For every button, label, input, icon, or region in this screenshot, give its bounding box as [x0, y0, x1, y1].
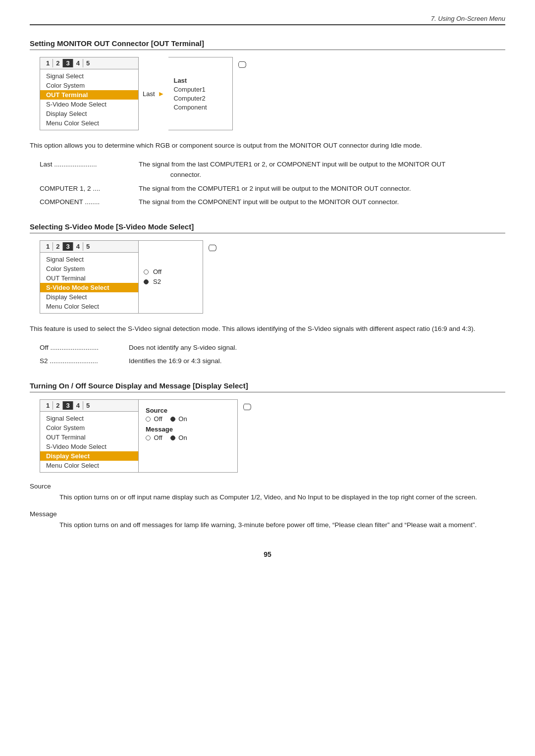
s2-menu-display[interactable]: Display Select [40, 292, 138, 302]
section1-menu-container: 1 2 3 4 5 Signal Select Color System OUT… [40, 57, 505, 130]
section-svideo-mode: Selecting S-Video Mode [S-Video Mode Sel… [30, 222, 505, 367]
s2-tab-1[interactable]: 1 [43, 242, 53, 251]
section1-submenu-panel: Last Computer1 Computer2 Component [168, 57, 233, 130]
s3-tab-2[interactable]: 2 [53, 401, 63, 410]
def-desc-off: Does not identify any S-video signal. [129, 342, 505, 353]
radio-s2-icon[interactable] [144, 279, 149, 284]
s2-menu-color2[interactable]: Menu Color Select [40, 302, 138, 311]
def-item-s2: S2 .......................... Identifies… [40, 356, 505, 367]
message-heading-text: Message [30, 510, 505, 518]
s3-tab-3-active[interactable]: 3 [63, 401, 73, 410]
menu-item-display-1[interactable]: Display Select [40, 109, 138, 118]
s2-tab-4[interactable]: 4 [73, 242, 83, 251]
submenu-computer2[interactable]: Computer2 [173, 95, 227, 102]
source-on-option[interactable]: On [170, 415, 187, 423]
def-item-off: Off .......................... Does not … [40, 342, 505, 353]
s2-tab-5[interactable]: 5 [83, 242, 93, 251]
message-explanation: Message This option turns on and off mes… [30, 510, 505, 531]
section-display-select: Turning On / Off Source Display and Mess… [30, 381, 505, 531]
tab-5[interactable]: 5 [83, 59, 93, 67]
section1-current-label: Last [143, 90, 155, 98]
s3-tab-1[interactable]: 1 [43, 401, 53, 410]
message-on-option[interactable]: On [170, 434, 187, 441]
s3-menu-color[interactable]: Color System [40, 423, 138, 432]
message-off-option[interactable]: Off [146, 434, 162, 441]
section3-menu-items: Signal Select Color System OUT Terminal … [40, 412, 138, 472]
section1-menu-items: Signal Select Color System OUT Terminal … [40, 69, 138, 130]
def-item-computer: COMPUTER 1, 2 .... The signal from the C… [40, 183, 505, 194]
message-desc-text: This option turns on and off messages fo… [59, 520, 505, 531]
section1-tab-row: 1 2 3 4 5 [40, 57, 138, 69]
tab-2[interactable]: 2 [53, 59, 63, 67]
def-term-computer: COMPUTER 1, 2 .... [40, 183, 139, 194]
section1-heading: Setting MONITOR OUT Connector [OUT Termi… [30, 39, 505, 50]
source-desc-text: This option turns on or off input name d… [59, 492, 505, 503]
s2-menu-svideo[interactable]: S-Video Mode Select [40, 283, 138, 292]
section3-menu-container: 1 2 3 4 5 Signal Select Color System OUT… [40, 399, 505, 473]
s2-tab-3-active[interactable]: 3 [63, 242, 73, 251]
section3-menu-box: 1 2 3 4 5 Signal Select Color System OUT… [40, 399, 139, 473]
section2-menu-items: Signal Select Color System OUT Terminal … [40, 253, 138, 313]
def-term-component: COMPONENT ........ [40, 197, 139, 208]
monitor-icon-2: 🖵 [208, 243, 217, 254]
s2-menu-out[interactable]: OUT Terminal [40, 273, 138, 283]
submenu-component[interactable]: Component [173, 104, 227, 111]
monitor-icon-1: 🖵 [238, 60, 247, 70]
section2-menu-container: 1 2 3 4 5 Signal Select Color System OUT… [40, 240, 505, 314]
section2-heading: Selecting S-Video Mode [S-Video Mode Sel… [30, 222, 505, 233]
radio-source-off-icon [146, 417, 151, 422]
s2-label-off: Off [153, 268, 161, 275]
s2-menu-color[interactable]: Color System [40, 264, 138, 273]
source-heading-text: Source [30, 483, 505, 490]
menu-item-signal-select-1[interactable]: Signal Select [40, 71, 138, 81]
s2-menu-signal[interactable]: Signal Select [40, 255, 138, 264]
source-options-row: Off On [146, 415, 230, 423]
s3-menu-out[interactable]: OUT Terminal [40, 432, 138, 442]
s3-tab-5[interactable]: 5 [83, 401, 93, 410]
menu-item-color-system-1[interactable]: Color System [40, 81, 138, 90]
def-desc-last: The signal from the last COMPUTER1 or 2,… [139, 159, 505, 180]
menu-item-out-terminal[interactable]: OUT Terminal [40, 90, 138, 100]
page-number: 95 [30, 550, 505, 558]
s2-tab-2[interactable]: 2 [53, 242, 63, 251]
section2-body-text: This feature is used to select the S-Vid… [30, 324, 505, 334]
section2-menu-box: 1 2 3 4 5 Signal Select Color System OUT… [40, 240, 139, 314]
section1-current-value-container: Last ► [139, 57, 168, 130]
def-item-last: Last ....................... The signal … [40, 159, 505, 180]
source-explanation: Source This option turns on or off input… [30, 483, 505, 503]
tab-1[interactable]: 1 [43, 59, 53, 67]
section2-tab-row: 1 2 3 4 5 [40, 241, 138, 253]
menu-item-menu-color-1[interactable]: Menu Color Select [40, 118, 138, 128]
s2-submenu-s2-row: S2 [144, 277, 198, 286]
menu-item-svideo-1[interactable]: S-Video Mode Select [40, 100, 138, 109]
radio-source-on-icon [170, 417, 175, 422]
section2-definitions: Off .......................... Does not … [40, 342, 505, 367]
def-term-off: Off .......................... [40, 342, 129, 353]
s3-menu-menucolor[interactable]: Menu Color Select [40, 461, 138, 470]
section3-tab-row: 1 2 3 4 5 [40, 400, 138, 412]
radio-off-icon[interactable] [144, 270, 149, 274]
submenu-last[interactable]: Last [173, 77, 227, 84]
section3-submenu-panel: Source Off On Message Off On [139, 399, 238, 473]
tab-4[interactable]: 4 [73, 59, 83, 67]
s3-menu-display[interactable]: Display Select [40, 451, 138, 461]
s3-tab-4[interactable]: 4 [73, 401, 83, 410]
tab-3-active[interactable]: 3 [63, 59, 73, 67]
section1-definitions: Last ....................... The signal … [40, 159, 505, 208]
source-off-option[interactable]: Off [146, 415, 162, 423]
message-label: Message [146, 426, 230, 433]
def-term-last: Last ....................... [40, 159, 139, 180]
arrow-right-icon: ► [158, 90, 165, 98]
header-text: 7. Using On-Screen Menu [431, 15, 505, 22]
def-desc-component: The signal from the COMPONENT input will… [139, 197, 505, 208]
s3-menu-svideo[interactable]: S-Video Mode Select [40, 442, 138, 451]
section2-submenu-panel: Off S2 [139, 240, 203, 314]
submenu-computer1[interactable]: Computer1 [173, 86, 227, 93]
message-options-row: Off On [146, 434, 230, 441]
def-term-s2: S2 .......................... [40, 356, 129, 367]
s2-label-s2: S2 [153, 278, 161, 285]
source-label: Source [146, 407, 230, 414]
s3-menu-signal[interactable]: Signal Select [40, 414, 138, 423]
section3-heading: Turning On / Off Source Display and Mess… [30, 381, 505, 392]
section1-menu-box: 1 2 3 4 5 Signal Select Color System OUT… [40, 57, 139, 130]
